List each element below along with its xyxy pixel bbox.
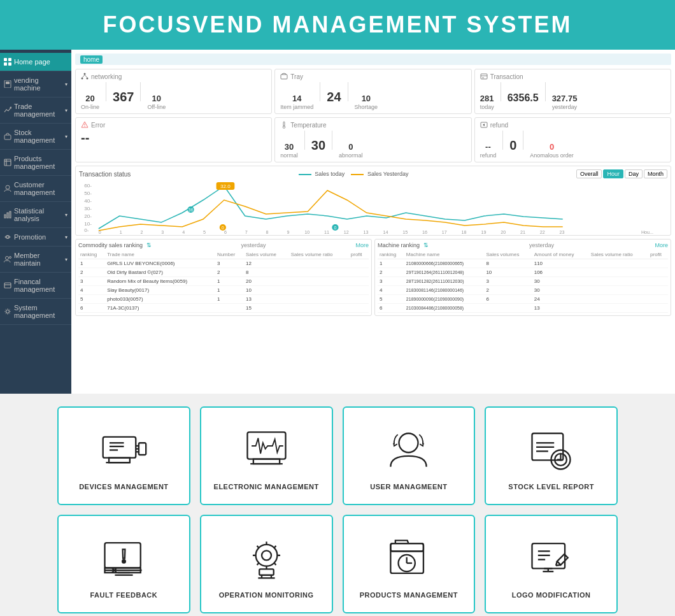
sidebar-item-stock-arrow: ▾: [65, 134, 68, 140]
sidebar: Home page vending machine ▾ Trade manage…: [0, 50, 71, 394]
error-card: Error --: [75, 117, 272, 162]
networking-big-num: 367: [113, 90, 134, 104]
feature-card-fault[interactable]: FAULT FEEDBACK: [57, 515, 190, 613]
chart-btn-month[interactable]: Month: [644, 169, 667, 178]
svg-point-21: [84, 73, 86, 75]
breadcrumb-home: home: [80, 55, 103, 64]
error-label: Error: [91, 122, 105, 129]
mcol-amount: Amount of money: [532, 250, 589, 259]
sidebar-item-customer-label: Customer management: [14, 181, 68, 196]
refund-label2: refund: [480, 152, 497, 159]
feature-card-logo[interactable]: LOGO MODIFICATION: [485, 515, 618, 613]
svg-rect-14: [10, 211, 11, 218]
svg-text:32.0: 32.0: [220, 183, 231, 189]
feature-card-products[interactable]: PRODUCTS MANAGEMENT: [343, 515, 476, 613]
svg-text:0: 0: [222, 226, 224, 231]
feature-card-stock[interactable]: STOCK LEVEL REPORT: [485, 406, 618, 505]
mcol-machine-name: Machine name: [404, 250, 485, 259]
legend-today-line: [299, 174, 311, 175]
commodity-more-link[interactable]: More: [355, 242, 369, 248]
svg-point-22: [82, 78, 83, 80]
sidebar-item-vending[interactable]: vending machine ▾: [0, 71, 71, 97]
chart-btn-hour[interactable]: Hour: [603, 169, 623, 178]
sidebar-item-promotion-label: Promotion: [14, 233, 46, 241]
sidebar-item-home[interactable]: Home page: [0, 53, 71, 71]
svg-rect-0: [4, 58, 7, 61]
sidebar-item-promotion-arrow: ▾: [65, 234, 68, 240]
electronic-icon: [243, 426, 290, 474]
refund-divider: [502, 131, 503, 150]
svg-rect-2: [4, 62, 7, 66]
svg-rect-1: [8, 58, 11, 61]
sidebar-item-vending-label: vending machine: [14, 76, 65, 92]
refund-anomalous-label: Anomalous order: [530, 152, 574, 159]
col-ranking: ranking: [78, 250, 105, 259]
svg-rect-5: [6, 82, 10, 84]
sidebar-item-trade[interactable]: Trade management ▾: [0, 97, 71, 124]
table-row: 621030084486(21080000058)13: [378, 304, 668, 313]
sidebar-item-promotion[interactable]: Promotion ▾: [0, 228, 71, 247]
sidebar-item-stock[interactable]: Stock management ▾: [0, 124, 71, 150]
temperature-abnormal-num: 0: [339, 142, 363, 152]
feature-card-devices[interactable]: DEVICES MANAGEMENT: [57, 406, 190, 505]
feature-card-user[interactable]: USER MANAGMEENT: [343, 406, 476, 505]
logo-icon-area: [526, 533, 577, 584]
svg-line-114: [274, 562, 276, 564]
sidebar-item-system-label: System management: [14, 304, 68, 319]
sidebar-item-member-arrow: ▾: [65, 257, 68, 262]
svg-text:15: 15: [402, 230, 408, 235]
svg-rect-26: [281, 75, 287, 79]
table-row: 521890000090(21090000090)624: [378, 295, 668, 304]
tray-shortage-label: Shortage: [355, 104, 378, 110]
mcol-profit: profit: [648, 250, 668, 259]
commodity-table-header: Commodity sales ranking ⇅ yesterday More: [78, 242, 369, 248]
machine-more-link[interactable]: More: [655, 242, 668, 248]
transaction-icon: [480, 73, 488, 80]
svg-text:7: 7: [245, 230, 248, 235]
refund-label: refund: [490, 122, 508, 129]
sidebar-item-products[interactable]: Products management: [0, 150, 71, 176]
svg-point-11: [6, 185, 10, 189]
table-row: 229T1901264(261110012048)10106: [378, 268, 668, 277]
refund-card: refund -- refund 0 0 Anomalous order: [474, 117, 671, 162]
svg-line-115: [274, 545, 276, 547]
table-row: 1GIRLS LUV BEYONCE(0006)312: [78, 259, 369, 268]
feature-card-electronic[interactable]: ELECTRONIC MANAGEMENT: [200, 406, 333, 505]
transaction-divider: [501, 82, 501, 101]
svg-text:23: 23: [560, 230, 565, 235]
temperature-normal-num: 30: [280, 142, 298, 152]
transaction-today-num: 281: [480, 94, 494, 103]
sidebar-item-member[interactable]: Member maintain ▾: [0, 247, 71, 273]
svg-text:30-: 30-: [84, 206, 92, 211]
transaction-big-num: 6356.5: [508, 92, 539, 104]
tray-big-num: 24: [327, 90, 341, 104]
svg-text:1: 1: [120, 230, 122, 235]
feature-card-operation[interactable]: OPERATION MONITORING: [200, 515, 333, 613]
sidebar-item-financial[interactable]: Financal management: [0, 273, 71, 299]
sidebar-item-system[interactable]: System management: [0, 299, 71, 325]
chart-btn-overall[interactable]: Overall: [576, 169, 602, 178]
svg-rect-76: [103, 436, 136, 457]
temperature-divider: [304, 131, 305, 150]
svg-text:6: 6: [224, 230, 227, 235]
col-sales-ratio: Sales volume ratio: [289, 250, 349, 259]
tray-shortage-num: 10: [355, 94, 378, 103]
devices-icon: [100, 426, 148, 474]
col-number: Number: [215, 250, 244, 259]
mcol-sales-volumes: Sales volumes: [484, 250, 532, 259]
table-row: 5photo033(0057)113: [78, 295, 369, 304]
networking-offline-num: 10: [147, 94, 166, 103]
networking-online-label: On-line: [81, 104, 99, 110]
svg-point-23: [87, 78, 89, 80]
sidebar-item-vending-arrow: ▾: [65, 82, 68, 87]
svg-rect-7: [4, 135, 11, 140]
svg-text:11: 11: [324, 230, 329, 235]
svg-rect-18: [4, 283, 11, 288]
legend-today: Sales today: [299, 171, 345, 177]
chart-btn-day[interactable]: Day: [625, 169, 643, 178]
electronic-icon-area: [241, 424, 292, 475]
sidebar-item-statistical[interactable]: Statistical analysis ▾: [0, 202, 71, 228]
networking-icon: [81, 73, 89, 80]
sidebar-item-customer[interactable]: Customer management: [0, 176, 71, 202]
temperature-divider2: [332, 131, 332, 150]
